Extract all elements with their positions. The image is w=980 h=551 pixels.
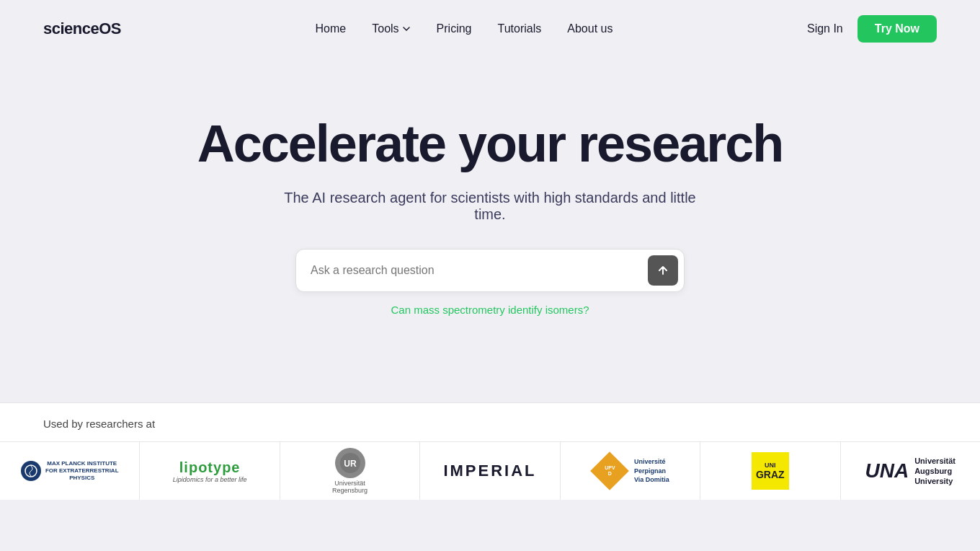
nav-links: Home Tools Pricing Tutorials About us — [316, 22, 613, 35]
augsburg-icon: UNA — [865, 459, 909, 482]
logo-lipotype: lipotype Lipidomics for a better life — [140, 442, 280, 500]
search-submit-button[interactable] — [648, 255, 678, 286]
uni-graz-box: UNI GRAZ — [752, 452, 789, 490]
ur-text: UniversitätRegensburg — [332, 480, 368, 494]
logo[interactable]: scienceOS — [43, 19, 121, 38]
arrow-up-icon — [656, 264, 669, 277]
max-planck-text: MAX PLANCK INSTITUTEFOR EXTRATERRESTRIAL… — [45, 460, 119, 482]
about-link[interactable]: About us — [567, 22, 612, 35]
nav-item-about[interactable]: About us — [567, 22, 612, 35]
sign-in-button[interactable]: Sign In — [807, 22, 843, 35]
svg-text:UR: UR — [344, 459, 357, 469]
nav-item-tutorials[interactable]: Tutorials — [498, 22, 542, 35]
imperial-text: IMPERIAL — [443, 462, 536, 480]
max-planck-icon — [21, 461, 41, 481]
logo-ur: UR UniversitätRegensburg — [280, 442, 420, 500]
logos-strip: MAX PLANCK INSTITUTEFOR EXTRATERRESTRIAL… — [0, 441, 980, 500]
logo-upvd: UPVD UniversitéPerpignanVia Domitia — [561, 442, 700, 500]
search-input[interactable] — [311, 264, 648, 277]
pricing-link[interactable]: Pricing — [437, 22, 472, 35]
tools-link[interactable]: Tools — [372, 22, 410, 35]
graz-graz-text: GRAZ — [756, 469, 785, 480]
logo-max-planck: MAX PLANCK INSTITUTEFOR EXTRATERRESTRIAL… — [0, 442, 140, 500]
lipotype-sub: Lipidomics for a better life — [173, 476, 247, 483]
hero-subtitle: The AI research agent for scientists wit… — [274, 190, 706, 223]
used-by-section: Used by researchers at MAX PLANCK INSTIT… — [0, 402, 980, 500]
upvd-text: UniversitéPerpignanVia Domitia — [634, 457, 669, 485]
lipotype-name: lipotype — [179, 459, 241, 476]
suggestion-link[interactable]: Can mass spectrometry identify isomers? — [391, 304, 589, 316]
nav-actions: Sign In Try Now — [807, 15, 937, 43]
search-bar — [295, 249, 685, 292]
hero-title: Accelerate your research — [197, 115, 783, 172]
augsburg-text: UniversitätAugsburgUniversity — [914, 456, 956, 487]
try-now-button[interactable]: Try Now — [858, 15, 937, 43]
logo-augsburg: UNA UniversitätAugsburgUniversity — [841, 442, 980, 500]
home-link[interactable]: Home — [316, 22, 347, 35]
hero-section: Accelerate your research The AI research… — [0, 58, 980, 359]
logo-uni-graz: UNI GRAZ — [700, 442, 840, 500]
graz-uni-text: UNI — [765, 462, 776, 469]
nav-item-home[interactable]: Home — [316, 22, 347, 35]
logo-imperial: IMPERIAL — [420, 442, 560, 500]
upvd-badge-text: UPVD — [605, 466, 615, 477]
used-by-label: Used by researchers at — [0, 418, 980, 441]
nav-item-pricing[interactable]: Pricing — [437, 22, 472, 35]
ur-circle: UR — [335, 448, 365, 478]
nav-item-tools[interactable]: Tools — [372, 22, 410, 35]
chevron-down-icon — [402, 25, 411, 33]
navigation: scienceOS Home Tools Pricing Tutorials A… — [0, 0, 980, 58]
tutorials-link[interactable]: Tutorials — [498, 22, 542, 35]
